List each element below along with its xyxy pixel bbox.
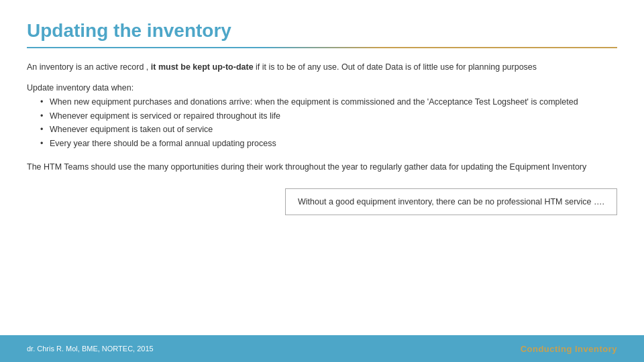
highlight-box: Without a good equipment inventory, ther… xyxy=(285,188,617,216)
list-item: When new equipment purchases and donatio… xyxy=(40,95,617,109)
footer-left: dr. Chris R. Mol, BME, NORTEC, 2015 xyxy=(27,345,154,353)
intro-part1: An inventory is an active record , xyxy=(27,62,151,72)
footer: dr. Chris R. Mol, BME, NORTEC, 2015 Cond… xyxy=(0,335,644,362)
list-item: Whenever equipment is taken out of servi… xyxy=(40,123,617,137)
title-divider xyxy=(27,47,617,48)
intro-part2: if it is to be of any use. Out of date D… xyxy=(254,62,537,72)
intro-paragraph: An inventory is an active record , it mu… xyxy=(27,60,617,74)
footer-right: Conducting Inventory xyxy=(521,344,617,354)
intro-bold: it must be kept up-to-date xyxy=(151,62,254,72)
list-item: Every year there should be a formal annu… xyxy=(40,137,617,151)
slide-title: Updating the inventory xyxy=(27,20,617,42)
update-section: Update inventory data when: When new equ… xyxy=(27,83,617,151)
update-label: Update inventory data when: xyxy=(27,83,617,93)
bullet-list: When new equipment purchases and donatio… xyxy=(27,95,617,151)
list-item: Whenever equipment is serviced or repair… xyxy=(40,109,617,123)
highlight-wrapper: Without a good equipment inventory, ther… xyxy=(27,188,617,216)
htm-paragraph: The HTM Teams should use the many opport… xyxy=(27,160,617,174)
slide-container: Updating the inventory An inventory is a… xyxy=(0,0,644,362)
